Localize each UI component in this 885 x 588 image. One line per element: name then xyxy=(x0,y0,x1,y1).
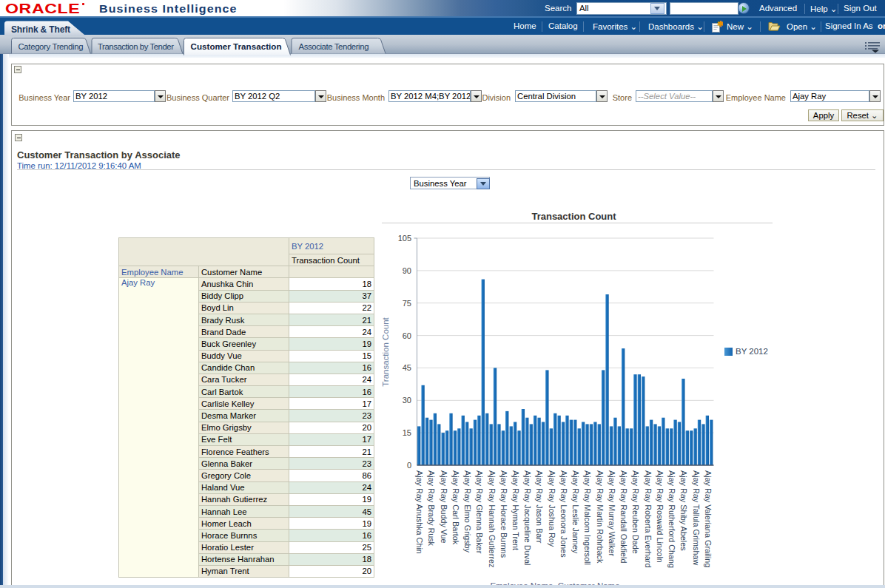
svg-text:Ajay Ray Randall Oakfield: Ajay Ray Randall Oakfield xyxy=(619,470,628,563)
svg-text:Ajay Ray Leonora Jones: Ajay Ray Leonora Jones xyxy=(559,470,568,558)
svg-text:105: 105 xyxy=(398,234,411,243)
svg-text:Customer Transaction: Customer Transaction xyxy=(191,41,282,51)
svg-text:Ajay Ray Murray Walker: Ajay Ray Murray Walker xyxy=(608,470,616,556)
svg-text:Ajay Ray Anushka Chin: Ajay Ray Anushka Chin xyxy=(415,470,424,554)
svg-text:Ajay Ray Buddy Vue: Ajay Ray Buddy Vue xyxy=(440,470,448,544)
svg-text:Ajay Ray Jason Barr: Ajay Ray Jason Barr xyxy=(535,470,544,544)
svg-text:Ajay Ray Jacqueline Duval: Ajay Ray Jacqueline Duval xyxy=(523,470,532,565)
svg-text:Ajay Ray Shiby Abeles: Ajay Ray Shiby Abeles xyxy=(679,470,688,551)
svg-text:Transaction Count: Transaction Count xyxy=(381,317,390,386)
svg-text:Transaction by Tender: Transaction by Tender xyxy=(98,42,174,51)
svg-text:Ajay Ray Hannah Gutierrez: Ajay Ray Hannah Gutierrez xyxy=(488,470,497,567)
svg-text:60: 60 xyxy=(403,331,411,340)
svg-text:90: 90 xyxy=(403,266,411,275)
svg-text:75: 75 xyxy=(403,299,411,308)
svg-text:Ajay Ray Leslie Janney: Ajay Ray Leslie Janney xyxy=(571,470,580,554)
svg-text:Ajay Ray Brady Rusk: Ajay Ray Brady Rusk xyxy=(427,470,436,547)
svg-text:45: 45 xyxy=(403,363,411,372)
svg-text:Ajay Ray Roswald Lincoln: Ajay Ray Roswald Lincoln xyxy=(656,470,664,563)
svg-text:30: 30 xyxy=(403,396,411,405)
svg-text:Ajay Ray Roberta Everhard: Ajay Ray Roberta Everhard xyxy=(644,470,653,567)
svg-text:Ajay Ray Rutherford Chang: Ajay Ray Rutherford Chang xyxy=(667,470,676,568)
svg-text:Associate Tendering: Associate Tendering xyxy=(299,42,369,51)
svg-text:Ajay Ray Glenna Baker: Ajay Ray Glenna Baker xyxy=(475,470,484,554)
svg-text:Category Trending: Category Trending xyxy=(18,42,84,51)
svg-text:Ajay Ray Hyman Trent: Ajay Ray Hyman Trent xyxy=(511,470,520,550)
svg-text:Shrink & Theft: Shrink & Theft xyxy=(11,24,70,35)
svg-text:Ajay Ray Valeriana Grailing: Ajay Ray Valeriana Grailing xyxy=(704,470,713,567)
svg-text:15: 15 xyxy=(403,428,411,437)
svg-text:Ajay Ray Reuben Dade: Ajay Ray Reuben Dade xyxy=(631,470,640,554)
svg-text:Ajay Ray Joshua Roy: Ajay Ray Joshua Roy xyxy=(548,470,556,547)
svg-text:Ajay Ray Horace Burnns: Ajay Ray Horace Burnns xyxy=(499,470,508,558)
svg-text:Ajay Ray Martin Rohrback: Ajay Ray Martin Rohrback xyxy=(596,470,605,564)
svg-text:Ajay Ray Tallula Grimshaw: Ajay Ray Tallula Grimshaw xyxy=(692,470,701,565)
svg-text:Ajay Ray Carl Bartok: Ajay Ray Carl Bartok xyxy=(451,470,460,545)
svg-text:Ajay Ray Malcom Ingersoll: Ajay Ray Malcom Ingersoll xyxy=(583,470,592,565)
svg-text:0: 0 xyxy=(407,461,411,470)
svg-text:Ajay Ray Elmo Grigsby: Ajay Ray Elmo Grigsby xyxy=(463,470,472,553)
